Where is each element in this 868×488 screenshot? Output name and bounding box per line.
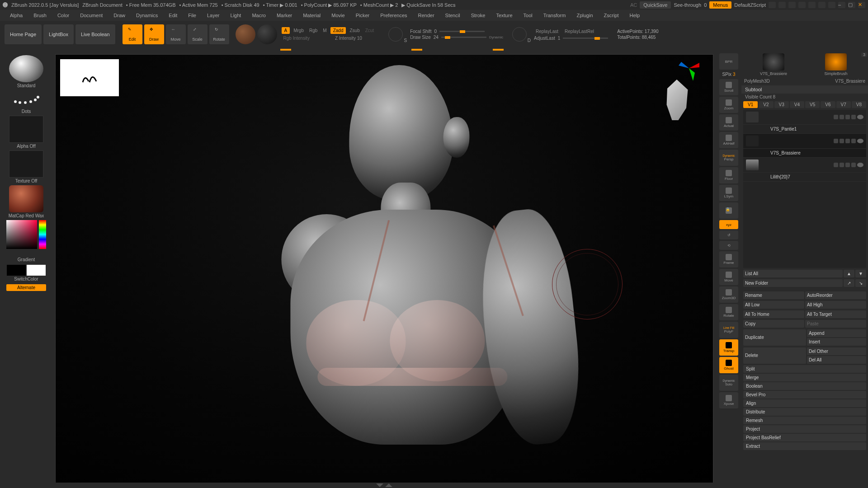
menu-brush[interactable]: Brush (29, 11, 51, 19)
up-arrow-icon[interactable]: ▲ (844, 270, 854, 277)
switch-color-button[interactable]: SwitchColor (14, 277, 38, 282)
menu-marker[interactable]: Marker (272, 11, 297, 19)
menu-macro[interactable]: Macro (247, 11, 270, 19)
duplicate-button[interactable]: Duplicate (743, 329, 806, 346)
s-curve-icon[interactable]: S (388, 27, 403, 42)
focal-shift-slider[interactable]: Focal Shift 0 (410, 29, 503, 34)
subtool-row[interactable] (743, 110, 866, 125)
zsub-button[interactable]: Zsub (348, 27, 361, 34)
material-thumbnail[interactable] (9, 185, 43, 212)
menu-draw[interactable]: Draw (109, 11, 130, 19)
menu-render[interactable]: Render (414, 11, 439, 19)
vtab-6[interactable]: V6 (821, 101, 835, 108)
vtab-2[interactable]: V2 (759, 101, 773, 108)
rename-button[interactable]: Rename (743, 291, 804, 299)
menu-document[interactable]: Document (75, 11, 107, 19)
ghost-button[interactable]: Ghost (719, 357, 738, 373)
lock-button[interactable]: 🔒 (719, 202, 738, 219)
list-all-button[interactable]: List All (743, 270, 843, 277)
remesh-button[interactable]: Remesh (743, 417, 866, 424)
draw-mode-button[interactable]: ✥Draw (144, 24, 164, 44)
rgb-button[interactable]: Rgb (307, 27, 319, 34)
scroll-button[interactable]: Scroll (719, 79, 738, 95)
menu-zscript[interactable]: Zscript (599, 11, 623, 19)
m-button[interactable]: M (321, 27, 328, 34)
xyz-button[interactable]: xyz (719, 220, 738, 229)
vtab-1[interactable]: V1 (743, 101, 758, 108)
insert-button[interactable]: Insert (807, 338, 866, 346)
down-arrow-icon[interactable]: ▼ (855, 270, 866, 277)
gizmo-button[interactable] (236, 24, 255, 44)
draw-size-slider[interactable]: Draw Size 24Dynamic (410, 35, 503, 40)
menu-light[interactable]: Light (226, 11, 246, 19)
project-button[interactable]: Project (743, 425, 866, 433)
copy-button[interactable]: Copy (743, 320, 804, 328)
d-curve-icon[interactable]: D (512, 27, 527, 42)
bevel-pro-button[interactable]: Bevel Pro (743, 391, 866, 399)
default-zscript[interactable]: DefaultZScript (734, 2, 766, 8)
frame-button[interactable]: Frame (719, 251, 738, 267)
rotate-view-button[interactable]: Rotate (719, 304, 738, 320)
home-page-button[interactable]: Home Page (5, 24, 42, 44)
polymesh-label[interactable]: PolyMesh3D (744, 79, 770, 84)
xpose-button[interactable]: Xpose (719, 392, 738, 408)
reference-thumbnail[interactable] (60, 59, 119, 96)
transp-button[interactable]: Transp (719, 339, 738, 356)
mrgb-button[interactable]: Mrgb (292, 27, 306, 34)
menu-preferences[interactable]: Preferences (376, 11, 411, 19)
del-other-button[interactable]: Del Other (807, 347, 866, 355)
orbit-alt-button[interactable]: ⟲ (719, 241, 738, 250)
boolean-button[interactable]: Boolean (743, 382, 866, 390)
subtool-row[interactable]: V7S_Pantie1 (743, 125, 866, 134)
new-folder-button[interactable]: New Folder (743, 279, 843, 287)
menu-picker[interactable]: Picker (351, 11, 374, 19)
window-icon[interactable] (769, 2, 776, 8)
subtool-row[interactable]: V7S_Brassiere (743, 149, 866, 158)
solo-button[interactable]: DynamicSolo (719, 375, 738, 391)
stroke-thumbnail[interactable] (9, 90, 43, 108)
tool-name-label[interactable]: V7S_Brassiere (835, 79, 865, 84)
tool-thumb-2[interactable]: SimpleBrush 3 (806, 53, 866, 76)
vtab-5[interactable]: V5 (805, 101, 820, 108)
autoreorder-button[interactable]: AutoReorder (805, 291, 866, 299)
move-up-icon[interactable]: ↗ (844, 279, 854, 287)
extract-button[interactable]: Extract (743, 442, 866, 450)
axis-gizmo-icon[interactable] (678, 59, 700, 82)
adjust-last-slider[interactable]: AdjustLast 1 (534, 36, 608, 41)
orbit-button[interactable]: ↺ (719, 230, 738, 239)
align-button[interactable]: Align (743, 399, 866, 407)
subtool-header[interactable]: Subtool (741, 85, 868, 94)
sculptris-button[interactable] (257, 24, 277, 44)
gradient-label[interactable]: Gradient (18, 257, 35, 262)
move-mode-button[interactable]: ↔Move (166, 24, 186, 44)
menu-zplugin[interactable]: Zplugin (572, 11, 597, 19)
menu-texture[interactable]: Texture (491, 11, 517, 19)
all-to-target-button[interactable]: All To Target (805, 310, 866, 318)
rotate-mode-button[interactable]: ↻Rotate (209, 24, 229, 44)
swatch-white[interactable] (27, 265, 46, 276)
tool-thumb-1[interactable]: V7S_Brassiere (743, 53, 804, 76)
menu-file[interactable]: File (184, 11, 201, 19)
floor-button[interactable]: Floor (719, 167, 738, 183)
scale-mode-button[interactable]: ⤢Scale (188, 24, 208, 44)
edit-mode-button[interactable]: ✎Edit (123, 24, 142, 44)
lsym-button[interactable]: LSym (719, 185, 738, 201)
vtab-8[interactable]: V8 (852, 101, 866, 108)
menu-stencil[interactable]: Stencil (441, 11, 465, 19)
merge-button[interactable]: Merge (743, 374, 866, 381)
alternate-button[interactable]: Alternate (6, 284, 46, 291)
replay-last-button[interactable]: ReplayLast (534, 28, 560, 35)
maximize-icon[interactable]: ▢ (848, 2, 855, 8)
window-icon[interactable] (828, 2, 835, 8)
zadd-button[interactable]: Zadd (330, 27, 346, 34)
window-icon[interactable] (808, 2, 816, 8)
paste-button[interactable]: Paste (805, 320, 866, 328)
window-icon[interactable] (798, 2, 806, 8)
aahalf-button[interactable]: AAHalf (719, 132, 738, 148)
menu-alpha[interactable]: Alpha (5, 11, 27, 19)
tray-handle-icon[interactable] (376, 483, 383, 487)
move-down-icon[interactable]: ↘ (855, 279, 866, 287)
actual-button[interactable]: Actual (719, 114, 738, 131)
spix-label[interactable]: SPix 3 (722, 71, 736, 78)
menu-dynamics[interactable]: Dynamics (132, 11, 162, 19)
